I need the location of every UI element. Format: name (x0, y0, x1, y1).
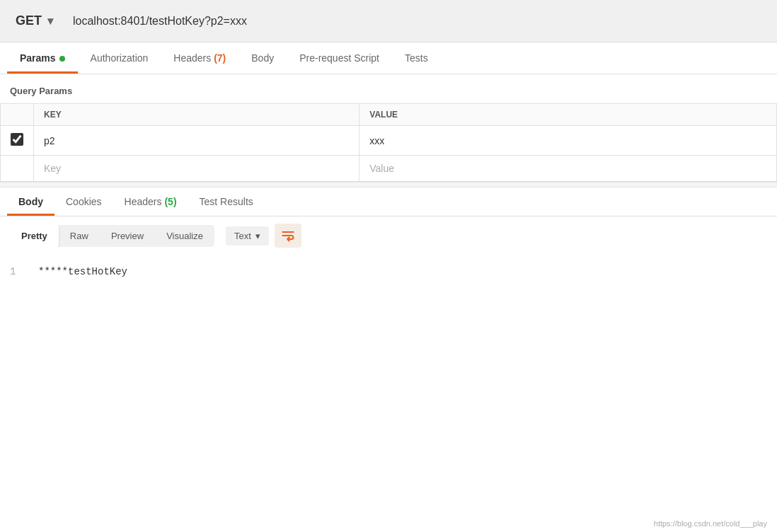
empty-row: Key Value (1, 156, 777, 182)
method-label: GET (16, 13, 42, 28)
request-tabs: Params Authorization Headers (7) Body Pr… (0, 42, 777, 74)
wrap-icon (281, 229, 295, 243)
row-key[interactable]: p2 (34, 126, 359, 156)
response-headers-badge: (5) (164, 196, 176, 207)
section-divider (0, 182, 777, 187)
format-preview[interactable]: Preview (100, 225, 155, 247)
tab-pre-request-script[interactable]: Pre-request Script (287, 42, 392, 74)
table-row: p2 xxx (1, 126, 777, 156)
empty-key[interactable]: Key (34, 156, 359, 182)
method-chevron: ▾ (47, 14, 53, 28)
headers-badge: (7) (214, 52, 226, 64)
response-tab-test-results[interactable]: Test Results (188, 187, 265, 216)
tab-tests[interactable]: Tests (392, 42, 441, 74)
tab-params[interactable]: Params (7, 42, 78, 74)
response-tab-body[interactable]: Body (7, 187, 54, 216)
format-raw[interactable]: Raw (59, 225, 100, 247)
params-table: KEY VALUE p2 xxx Key Value (0, 103, 777, 182)
row-value[interactable]: xxx (359, 126, 777, 156)
text-select[interactable]: Text ▾ (226, 226, 269, 245)
url-input[interactable] (67, 9, 770, 33)
url-bar: GET ▾ (0, 0, 777, 42)
tab-body[interactable]: Body (238, 42, 287, 74)
method-selector[interactable]: GET ▾ (7, 8, 62, 34)
response-tab-headers[interactable]: Headers (5) (113, 187, 188, 216)
row-checkbox[interactable] (11, 133, 23, 146)
checkbox-header (1, 104, 34, 126)
value-header: VALUE (359, 104, 777, 126)
row-checkbox-cell (1, 126, 34, 156)
code-text: *****testHotKey (38, 266, 127, 277)
format-bar: Pretty Raw Preview Visualize Text ▾ (0, 216, 777, 255)
text-select-chevron: ▾ (255, 231, 260, 241)
empty-value[interactable]: Value (359, 156, 777, 182)
code-area: 1 *****testHotKey (0, 255, 777, 289)
tab-authorization[interactable]: Authorization (78, 42, 161, 74)
empty-checkbox-cell (1, 156, 34, 182)
format-group: Pretty Raw Preview Visualize (10, 225, 214, 247)
code-line: 1 *****testHotKey (10, 266, 767, 277)
tab-headers[interactable]: Headers (7) (161, 42, 238, 74)
format-visualize[interactable]: Visualize (155, 225, 214, 247)
query-params-title: Query Params (0, 74, 777, 103)
wrap-button[interactable] (275, 224, 301, 248)
text-select-label: Text (234, 231, 251, 241)
format-pretty[interactable]: Pretty (10, 225, 59, 247)
line-number: 1 (10, 266, 24, 277)
response-tabs: Body Cookies Headers (5) Test Results (0, 187, 777, 216)
key-header: KEY (34, 104, 359, 126)
response-tab-cookies[interactable]: Cookies (54, 187, 113, 216)
params-dot (59, 56, 65, 62)
